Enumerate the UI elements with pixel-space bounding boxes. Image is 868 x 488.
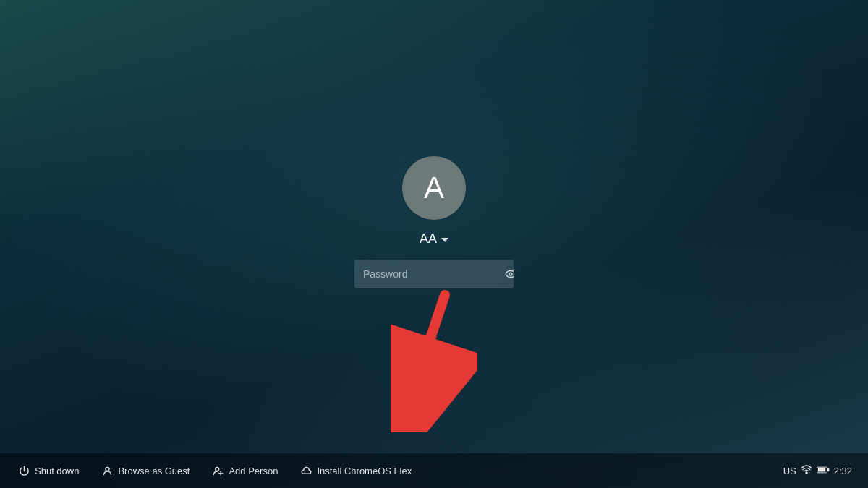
svg-point-1 xyxy=(509,273,512,275)
taskbar-left: Shut down Browse as Guest xyxy=(9,461,776,481)
svg-point-9 xyxy=(806,472,807,474)
password-field-container xyxy=(354,260,514,288)
clock-label: 2:32 xyxy=(834,466,852,476)
shutdown-button[interactable]: Shut down xyxy=(9,461,89,481)
add-person-icon xyxy=(213,466,224,476)
battery-icon xyxy=(817,466,830,476)
install-chromeos-button[interactable]: Install ChromeOS Flex xyxy=(291,461,422,481)
locale-label: US xyxy=(783,466,796,476)
avatar[interactable]: A xyxy=(402,156,466,220)
red-arrow-annotation xyxy=(391,288,477,435)
chevron-down-icon xyxy=(441,238,448,242)
svg-point-5 xyxy=(106,467,109,471)
svg-rect-11 xyxy=(827,468,829,471)
taskbar-right: US 2:32 xyxy=(776,460,859,482)
power-icon xyxy=(19,466,30,476)
status-area[interactable]: US 2:32 xyxy=(776,460,859,482)
username-label: AA xyxy=(420,231,437,247)
svg-point-6 xyxy=(216,467,219,471)
svg-rect-12 xyxy=(818,468,825,471)
wifi-icon xyxy=(801,464,812,478)
svg-line-4 xyxy=(405,295,445,414)
cloud-icon xyxy=(301,466,312,476)
person-icon xyxy=(102,466,113,476)
password-input[interactable] xyxy=(354,260,498,288)
add-person-button[interactable]: Add Person xyxy=(203,461,288,481)
login-panel: A AA xyxy=(354,156,514,288)
browse-as-guest-button[interactable]: Browse as Guest xyxy=(92,461,200,481)
taskbar: Shut down Browse as Guest xyxy=(0,453,868,488)
show-password-button[interactable] xyxy=(498,260,514,288)
username-dropdown[interactable]: AA xyxy=(420,231,448,247)
